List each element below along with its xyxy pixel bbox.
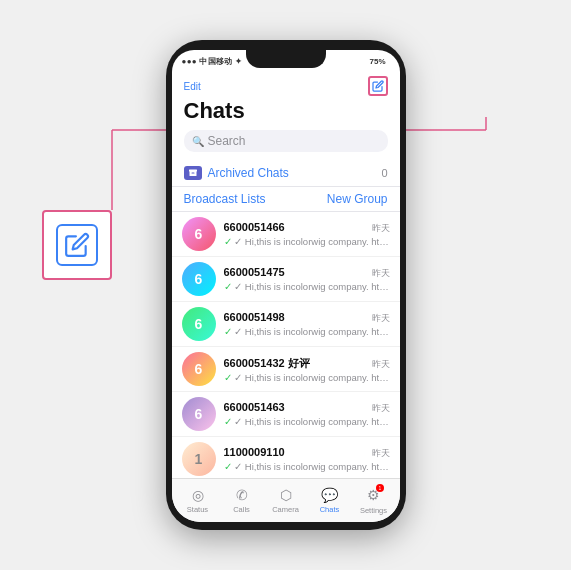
chat-preview-0: ✓ ✓ Hi,this is incolorwig company. https… — [224, 236, 390, 247]
nav-item-camera[interactable]: ⬡ Camera — [268, 487, 304, 514]
nav-item-chats[interactable]: 💬 Chats — [312, 487, 348, 514]
chat-name-row-3: 6600051432 好评 昨天 — [224, 356, 390, 371]
chat-name-4: 6600051463 — [224, 401, 285, 413]
archived-count: 0 — [381, 167, 387, 179]
tick-icon-3: ✓ — [224, 372, 235, 383]
chat-name-row-1: 6600051475 昨天 — [224, 266, 390, 280]
chat-info-2: 6600051498 昨天 ✓ ✓ Hi,this is incolorwig … — [224, 311, 390, 337]
chat-name-5: 1100009110 — [224, 446, 285, 458]
avatar-5: 1 — [182, 442, 216, 476]
status-nav-icon: ◎ — [192, 487, 204, 503]
svg-rect-4 — [189, 170, 197, 172]
chat-preview-1: ✓ ✓ Hi,this is incolorwig company. https… — [224, 281, 390, 292]
page-title: Chats — [184, 98, 388, 124]
compose-icon-large — [56, 224, 98, 266]
svg-rect-5 — [191, 173, 194, 174]
compose-button[interactable] — [368, 76, 388, 96]
status-nav-label: Status — [187, 505, 208, 514]
chat-item-3[interactable]: 6 6600051432 好评 昨天 ✓ ✓ Hi,this is incolo… — [172, 347, 400, 392]
camera-nav-label: Camera — [272, 505, 299, 514]
chat-item-1[interactable]: 6 6600051475 昨天 ✓ ✓ Hi,this is incolorwi… — [172, 257, 400, 302]
phone-notch — [246, 50, 326, 68]
chat-name-2: 6600051498 — [224, 311, 285, 323]
search-icon: 🔍 — [192, 136, 204, 147]
chat-name-row-5: 1100009110 昨天 — [224, 446, 390, 460]
chat-name-3: 6600051432 好评 — [224, 356, 310, 371]
avatar-4: 6 — [182, 397, 216, 431]
chat-name-row-0: 6600051466 昨天 — [224, 221, 390, 235]
chat-info-4: 6600051463 昨天 ✓ ✓ Hi,this is incolorwig … — [224, 401, 390, 427]
chat-preview-2: ✓ ✓ Hi,this is incolorwig company. https… — [224, 326, 390, 337]
chat-item-4[interactable]: 6 6600051463 昨天 ✓ ✓ Hi,this is incolorwi… — [172, 392, 400, 437]
broadcast-row: Broadcast Lists New Group — [172, 187, 400, 212]
annotation-compose-box — [42, 210, 112, 280]
nav-item-settings[interactable]: ⚙ 1 Settings — [356, 486, 392, 515]
chat-name-1: 6600051475 — [224, 266, 285, 278]
chats-nav-label: Chats — [320, 505, 340, 514]
calls-nav-label: Calls — [233, 505, 250, 514]
chat-info-0: 6600051466 昨天 ✓ ✓ Hi,this is incolorwig … — [224, 221, 390, 247]
broadcast-lists-button[interactable]: Broadcast Lists — [184, 192, 327, 206]
avatar-1: 6 — [182, 262, 216, 296]
avatar-0: 6 — [182, 217, 216, 251]
chat-item-2[interactable]: 6 6600051498 昨天 ✓ ✓ Hi,this is incolorwi… — [172, 302, 400, 347]
nav-item-calls[interactable]: ✆ Calls — [224, 487, 260, 514]
archived-label: Archived Chats — [208, 166, 382, 180]
archived-chats-row[interactable]: Archived Chats 0 — [172, 160, 400, 187]
header-row: Edit — [184, 76, 388, 96]
tick-icon-5: ✓ — [224, 461, 235, 472]
chat-item-0[interactable]: 6 6600051466 昨天 ✓ ✓ Hi,this is incolorwi… — [172, 212, 400, 257]
chat-info-1: 6600051475 昨天 ✓ ✓ Hi,this is incolorwig … — [224, 266, 390, 292]
tick-icon-0: ✓ — [224, 236, 235, 247]
tick-icon-4: ✓ — [224, 416, 235, 427]
settings-nav-label: Settings — [360, 506, 387, 515]
avatar-2: 6 — [182, 307, 216, 341]
chat-time-2: 昨天 — [372, 312, 390, 325]
tick-icon-2: ✓ — [224, 326, 235, 337]
chats-nav-icon: 💬 — [321, 487, 338, 503]
phone-frame: ●●● 中国移动 ✦ 9:00 AM 75% Edit Chats 🔍 Sear… — [166, 40, 406, 530]
chat-info-3: 6600051432 好评 昨天 ✓ ✓ Hi,this is incolorw… — [224, 356, 390, 383]
chat-list: 6 6600051466 昨天 ✓ ✓ Hi,this is incolorwi… — [172, 212, 400, 478]
bottom-nav: ◎ Status ✆ Calls ⬡ Camera 💬 Chats ⚙ 1 Se… — [172, 478, 400, 522]
search-placeholder: Search — [208, 134, 246, 148]
settings-badge: 1 — [376, 484, 384, 492]
chat-time-3: 昨天 — [372, 358, 390, 371]
chat-name-row-4: 6600051463 昨天 — [224, 401, 390, 415]
avatar-3: 6 — [182, 352, 216, 386]
search-bar[interactable]: 🔍 Search — [184, 130, 388, 152]
chat-time-4: 昨天 — [372, 402, 390, 415]
tick-icon-1: ✓ — [224, 281, 235, 292]
camera-nav-icon: ⬡ — [280, 487, 292, 503]
battery-info: 75% — [369, 57, 385, 66]
chat-time-1: 昨天 — [372, 267, 390, 280]
new-group-button[interactable]: New Group — [327, 192, 388, 206]
chat-preview-4: ✓ ✓ Hi,this is incolorwig company. https… — [224, 416, 390, 427]
chat-item-5[interactable]: 1 1100009110 昨天 ✓ ✓ Hi,this is incolorwi… — [172, 437, 400, 478]
chat-time-5: 昨天 — [372, 447, 390, 460]
chat-preview-3: ✓ ✓ Hi,this is incolorwig company. https… — [224, 372, 390, 383]
edit-button[interactable]: Edit — [184, 81, 201, 92]
archive-icon — [184, 166, 202, 180]
chat-preview-5: ✓ ✓ Hi,this is incolorwig company. https… — [224, 461, 390, 472]
carrier-info: ●●● 中国移动 ✦ — [182, 56, 243, 67]
chat-time-0: 昨天 — [372, 222, 390, 235]
chat-name-0: 6600051466 — [224, 221, 285, 233]
app-screen: Edit Chats 🔍 Search — [172, 72, 400, 522]
chat-info-5: 1100009110 昨天 ✓ ✓ Hi,this is incolorwig … — [224, 446, 390, 472]
settings-badge-wrap: ⚙ 1 — [367, 486, 380, 504]
nav-item-status[interactable]: ◎ Status — [180, 487, 216, 514]
chat-name-row-2: 6600051498 昨天 — [224, 311, 390, 325]
calls-nav-icon: ✆ — [236, 487, 248, 503]
app-header: Edit Chats 🔍 Search — [172, 72, 400, 160]
